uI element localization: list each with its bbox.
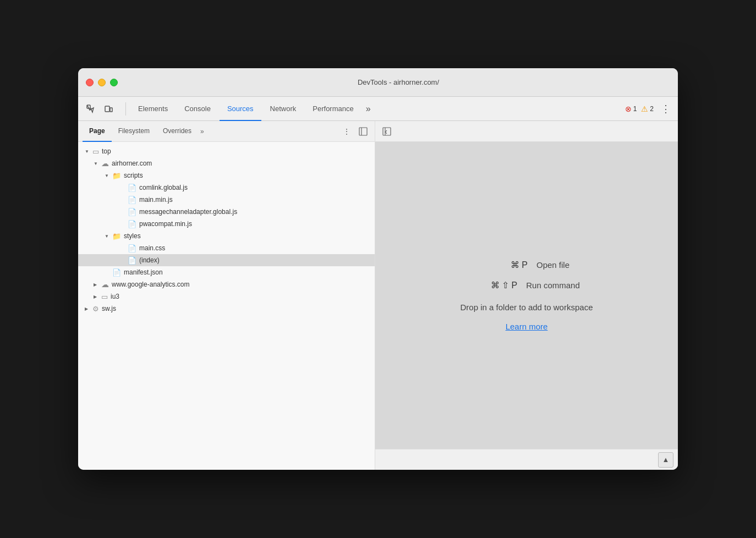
tab-overrides[interactable]: Overrides [156, 121, 198, 142]
tab-performance[interactable]: Performance [305, 97, 361, 121]
main-content: Page Filesystem Overrides » ⋮ [78, 121, 678, 470]
right-panel-toolbar [375, 121, 678, 142]
tree-item-iu3[interactable]: ▭ iu3 [78, 290, 375, 303]
window-title: DevTools - airhorner.com/ [127, 78, 670, 86]
title-bar: DevTools - airhorner.com/ [78, 68, 678, 97]
error-icon: ⊗ [625, 105, 632, 113]
panel-more-tabs[interactable]: » [200, 128, 204, 135]
tree-item-styles[interactable]: 📁 styles [78, 230, 375, 242]
gear-icon: ⚙ [92, 305, 99, 313]
tree-item-swjs[interactable]: ⚙ sw.js [78, 303, 375, 315]
bottom-bar: ▲ [375, 449, 678, 470]
traffic-lights [86, 79, 118, 86]
expand-arrow-airhorner[interactable] [94, 161, 101, 166]
folder-icon-scripts: 📁 [112, 172, 121, 180]
tree-item-top[interactable]: ▭ top [78, 145, 375, 157]
device-toggle-icon[interactable] [100, 101, 117, 117]
right-panel: ⌘ P Open file ⌘ ⇧ P Run command Drop in … [375, 121, 678, 470]
tab-page[interactable]: Page [83, 121, 112, 142]
js-file-icon: 📄 [128, 184, 136, 192]
svg-rect-5 [383, 128, 391, 135]
panel-expand-icon[interactable] [380, 124, 394, 139]
tab-filesystem[interactable]: Filesystem [112, 121, 156, 142]
svg-rect-2 [110, 108, 112, 112]
panel-tabs: Page Filesystem Overrides » ⋮ [78, 121, 375, 142]
svg-rect-1 [105, 106, 109, 112]
shortcut-keys-run: ⌘ ⇧ P [473, 280, 517, 290]
tab-console[interactable]: Console [177, 97, 218, 121]
panel-tabs-right: ⋮ [339, 124, 370, 139]
shortcut-keys-open: ⌘ P [484, 260, 528, 270]
warning-count-badge[interactable]: ⚠ 2 [641, 105, 654, 113]
devtools-window: DevTools - airhorner.com/ Elements Conso [78, 68, 678, 470]
tree-item-main-min[interactable]: 📄 main.min.js [78, 194, 375, 206]
right-panel-content: ⌘ P Open file ⌘ ⇧ P Run command Drop in … [375, 142, 678, 449]
js-file-icon-2: 📄 [128, 196, 136, 204]
tree-item-airhorner[interactable]: ☁ airhorner.com [78, 157, 375, 169]
file-tree: ▭ top ☁ airhorner.com 📁 scripts [78, 142, 375, 470]
left-panel: Page Filesystem Overrides » ⋮ [78, 121, 375, 470]
tree-item-pwacompat[interactable]: 📄 pwacompat.min.js [78, 218, 375, 230]
tree-item-manifest[interactable]: 📄 manifest.json [78, 266, 375, 278]
css-file-icon: 📄 [128, 244, 136, 252]
toolbar-right: ⊗ 1 ⚠ 2 ⋮ [625, 101, 673, 117]
folder-icon-styles: 📁 [112, 232, 121, 240]
svg-rect-3 [359, 128, 367, 135]
tab-elements[interactable]: Elements [130, 97, 176, 121]
tab-sources[interactable]: Sources [220, 97, 261, 121]
toolbar-icons [83, 101, 117, 117]
expand-arrow-top[interactable] [85, 149, 92, 154]
expand-arrow-iu3[interactable] [94, 294, 101, 299]
error-count-badge[interactable]: ⊗ 1 [625, 105, 637, 113]
drop-workspace-text: Drop in a folder to add to workspace [461, 303, 593, 312]
tab-network[interactable]: Network [262, 97, 304, 121]
frame-icon: ▭ [92, 147, 99, 156]
inspect-icon[interactable] [83, 101, 99, 117]
shortcut-run-command: ⌘ ⇧ P Run command [473, 280, 580, 290]
panel-more-menu[interactable]: ⋮ [339, 124, 354, 139]
close-button[interactable] [86, 79, 94, 86]
settings-menu-button[interactable]: ⋮ [658, 101, 673, 117]
expand-arrow-ga[interactable] [94, 282, 101, 287]
main-toolbar: Elements Console Sources Network Perform… [78, 97, 678, 121]
js-file-icon-3: 📄 [128, 208, 136, 216]
maximize-button[interactable] [110, 79, 118, 86]
tree-item-index[interactable]: 📄 (index) [78, 254, 375, 266]
expand-arrow-styles[interactable] [105, 233, 112, 239]
tree-item-maincss[interactable]: 📄 main.css [78, 242, 375, 254]
shortcut-label-run: Run command [526, 281, 580, 290]
toolbar-more-tabs[interactable]: » [363, 97, 374, 121]
tree-item-scripts[interactable]: 📁 scripts [78, 169, 375, 182]
expand-arrow-scripts[interactable] [105, 173, 112, 178]
drawer-toggle-button[interactable]: ▲ [658, 452, 673, 468]
warning-icon: ⚠ [641, 105, 648, 113]
frame-icon-2: ▭ [101, 293, 108, 301]
cloud-icon-2: ☁ [101, 280, 109, 289]
tree-item-messagechannel[interactable]: 📄 messagechanneladapter.global.js [78, 206, 375, 218]
cloud-icon: ☁ [101, 159, 109, 168]
expand-arrow-swjs[interactable] [85, 306, 92, 311]
shortcut-label-open: Open file [536, 260, 569, 270]
index-file-icon: 📄 [128, 256, 136, 265]
toolbar-divider [125, 102, 126, 116]
js-file-icon-4: 📄 [128, 220, 136, 228]
json-file-icon: 📄 [112, 268, 121, 277]
tree-item-comlink[interactable]: 📄 comlink.global.js [78, 182, 375, 194]
panel-collapse-icon[interactable] [356, 124, 370, 139]
learn-more-link[interactable]: Learn more [506, 322, 548, 331]
tree-item-google-analytics[interactable]: ☁ www.google-analytics.com [78, 278, 375, 290]
shortcut-open-file: ⌘ P Open file [484, 260, 569, 270]
minimize-button[interactable] [98, 79, 106, 86]
